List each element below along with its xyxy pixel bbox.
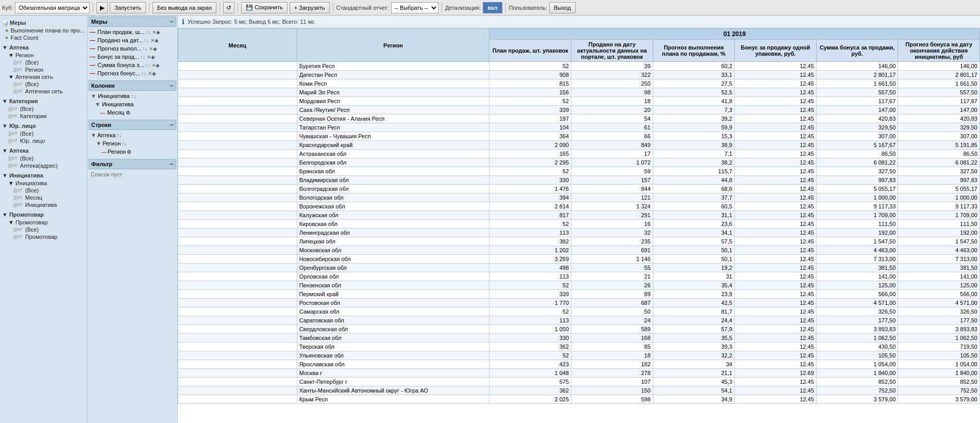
cell-value: 113 <box>489 272 571 281</box>
save-button[interactable]: 💾 Сохранить <box>241 2 288 13</box>
sidebar-promo-all[interactable]: |||≡T (Все) <box>1 226 86 233</box>
measures-panel-header: Меры − <box>89 17 176 27</box>
table-row: Ленинградская обл1133234,112.45192,00192… <box>178 229 980 237</box>
sidebar-category-all[interactable]: |||≡T (Все) <box>1 105 86 112</box>
cell-value: 1 840,00 <box>898 369 980 378</box>
sidebar-promo-item[interactable]: |||≡T Промотовар <box>1 233 86 240</box>
rows-collapse-button[interactable]: − <box>170 121 174 128</box>
play-button[interactable]: ▶ <box>96 2 108 13</box>
columns-collapse-button[interactable]: − <box>170 82 174 89</box>
sidebar-category-item[interactable]: |||≡T Категория <box>1 112 86 120</box>
cell-region: Ульяновская обл <box>297 351 489 360</box>
reset-button[interactable]: ↺ <box>223 2 234 13</box>
sidebar-initiative-section[interactable]: ▼ Инициатива <box>1 180 86 187</box>
cell-value: 156 <box>489 88 571 97</box>
cell-mesyac <box>178 351 297 360</box>
cell-value: 1 062,50 <box>816 334 898 343</box>
row-apteka[interactable]: ▼ Аптека ↑↓ <box>89 131 176 139</box>
measure-forecast[interactable]: — Прогноз выпол... ↑↓ ✕◆ <box>89 44 176 53</box>
cell-value: 115,7 <box>653 167 735 176</box>
cell-value: 52 <box>489 62 571 71</box>
cell-value: 1 054,00 <box>898 360 980 369</box>
measures-collapse-button[interactable]: − <box>170 18 174 25</box>
cell-value: 12.45 <box>735 211 817 220</box>
table-row: Краснодарский край2 09084938,912.455 167… <box>178 141 980 150</box>
measure-icons3: ↑↓ ✕◆ <box>143 46 158 52</box>
cell-value: 150 <box>571 386 653 395</box>
cell-mesyac <box>178 360 297 369</box>
data-table-container[interactable]: Месяц Регион 01 2019 План продаж, шт. уп… <box>178 28 980 423</box>
cube-select[interactable]: Обязательная матрица <box>15 2 90 13</box>
table-row: Волгоградская обл1 47684468,612.455 055,… <box>178 185 980 193</box>
filter-collapse-button[interactable]: − <box>170 160 174 168</box>
cell-value: 66 <box>571 132 653 141</box>
sidebar-aptseti-item[interactable]: |||≡T Аптечная сеть <box>1 88 86 95</box>
col-month[interactable]: — Месяц ⚙ <box>89 108 176 117</box>
cell-value: 5 055,17 <box>898 185 980 193</box>
measure-forecast-bonus[interactable]: — Прогноз бонус... ↑↓ ✕◆ <box>89 69 176 77</box>
filter-panel-title: Фильтр <box>91 161 112 167</box>
cell-region: Липецкая обл <box>297 237 489 246</box>
run-button[interactable]: Запустить <box>110 2 146 13</box>
sidebar-apteka2-all[interactable]: |||≡T (Все) <box>1 155 86 162</box>
sidebar-aptseti-section[interactable]: ▼ Аптечная сеть <box>1 73 86 80</box>
measure-sum-bonus[interactable]: — Сумма бонуса з... ↑↓ ✕◆ <box>89 61 176 69</box>
cell-value: 12.45 <box>735 97 817 106</box>
table-row: Тамбовская обл33016835,512.451 062,501 0… <box>178 334 980 343</box>
sidebar-yurlico-all[interactable]: |||≡T (Все) <box>1 130 86 137</box>
cell-mesyac <box>178 290 297 299</box>
standard-report-label: Стандартный отчет: <box>336 5 389 11</box>
cell-value: 322 <box>571 71 653 79</box>
row-region-leaf[interactable]: — Регион ⚙ <box>89 148 176 156</box>
sidebar-initiative-item[interactable]: |||≡T Инициатива <box>1 201 86 208</box>
th-bonus-unit: Бонус за продажу одной упаковки, руб. <box>735 40 817 62</box>
sidebar-apteka2-address[interactable]: |||≡T Аптека(адрес) <box>1 162 86 169</box>
table-row: Орловская обл113213112.45141,00141,00 <box>178 272 980 281</box>
row-region-leaf-label: Регион <box>108 149 126 155</box>
sidebar-yurlico-item[interactable]: |||≡T Юр. лицо <box>1 137 86 144</box>
table-row: Астраханская обл165177,112.4586,5086,50 <box>178 150 980 158</box>
cell-value: 21,1 <box>653 369 735 378</box>
cell-region: Волгоградская обл <box>297 185 489 193</box>
sidebar-item-execution[interactable]: + Выполнение плана по про... <box>1 27 86 34</box>
table-row: Крым Респ2 02559834,912.453 579,003 579,… <box>178 395 980 404</box>
th-bonus-forecast: Прогноз бонуса на дату окончания действи… <box>898 40 980 62</box>
detail-toggle-button[interactable]: вкл <box>483 2 502 13</box>
cell-value: 1 476 <box>489 185 571 193</box>
cell-mesyac <box>178 386 297 395</box>
measure-sold[interactable]: — Продано на дат... ↑↓ ✕◆ <box>89 36 176 44</box>
table-row: Новосибирская обл3 2691 14650,112.457 31… <box>178 255 980 264</box>
cell-value: 68,6 <box>653 185 735 193</box>
load-button[interactable]: + Загрузить <box>290 2 330 13</box>
cell-value: 752,50 <box>898 386 980 395</box>
table-row: Ульяновская обл521832,212.45105,50105,50 <box>178 351 980 360</box>
sidebar-region-item[interactable]: |||≡T Регион <box>1 66 86 73</box>
sidebar-region-all[interactable]: |||≡T (Все) <box>1 59 86 66</box>
col-month-settings-icon[interactable]: ⚙ <box>126 110 130 116</box>
cell-value: 12.45 <box>735 395 817 404</box>
no-output-button[interactable]: Без вывода на экран <box>153 2 216 13</box>
cell-value: 24 <box>571 316 653 325</box>
sidebar-promo-section[interactable]: ▼ Промотовар <box>1 219 86 226</box>
cell-value: 9 117,33 <box>898 202 980 211</box>
sidebar-aptseti-all[interactable]: |||≡T (Все) <box>1 80 86 88</box>
sidebar-item-fact-count[interactable]: + Fact Count <box>1 34 86 41</box>
row-region-settings-icon[interactable]: ⚙ <box>127 149 131 155</box>
measure-plan[interactable]: — План продаж, ш... ↑↓ ✕◆ <box>89 28 176 36</box>
sidebar-measures-title: 📊 Меры <box>1 19 86 27</box>
measure-dash5-icon: — <box>90 62 95 68</box>
cell-value: 55 <box>571 264 653 272</box>
sidebar-execution-label: Выполнение плана по про... <box>10 27 84 34</box>
sidebar-region-section[interactable]: ▼ Регион <box>1 52 86 59</box>
cell-region: Крым Респ <box>297 395 489 404</box>
sidebar-initiative-all[interactable]: |||≡T (Все) <box>1 187 86 194</box>
col-initiative-sub[interactable]: ▼ Инициатива <box>89 100 176 108</box>
exit-button[interactable]: Выход <box>549 2 576 13</box>
measure-bonus[interactable]: — Бонус за прод... ↑↓ ✕◆ <box>89 53 176 61</box>
row-region[interactable]: ▼ Регион ↑↓ <box>89 139 176 148</box>
standard-report-select[interactable]: -- Выбрать -- <box>391 2 438 13</box>
table-row: Мордовия Респ521841,812.45117,67117,67 <box>178 97 980 106</box>
sidebar-initiative-month[interactable]: |||≡T Месяц <box>1 194 86 201</box>
col-initiative[interactable]: ▼ Инициатива ↑↓ <box>89 92 176 100</box>
cell-region: Саха /Якутия/ Респ <box>297 106 489 115</box>
